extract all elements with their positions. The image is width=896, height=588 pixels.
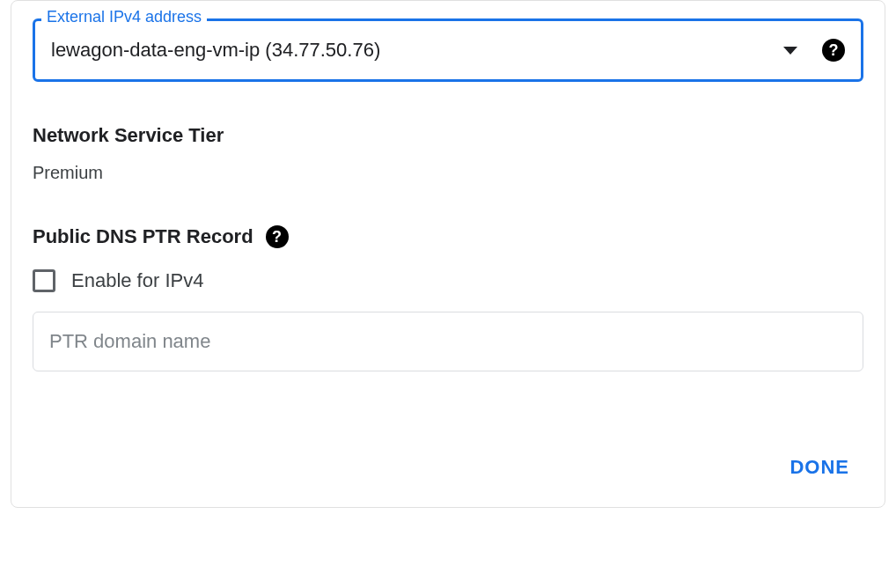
select-right-controls: ? bbox=[783, 39, 845, 62]
help-icon[interactable]: ? bbox=[266, 225, 289, 248]
ptr-domain-input[interactable] bbox=[33, 312, 863, 371]
done-button[interactable]: DONE bbox=[775, 449, 863, 486]
network-tier-value: Premium bbox=[33, 163, 863, 183]
ptr-heading-row: Public DNS PTR Record ? bbox=[33, 225, 863, 248]
external-ipv4-value: lewagon-data-eng-vm-ip (34.77.50.76) bbox=[51, 39, 783, 62]
enable-ipv4-row: Enable for IPv4 bbox=[33, 269, 863, 292]
ptr-heading: Public DNS PTR Record bbox=[33, 225, 253, 248]
external-ipv4-select[interactable]: lewagon-data-eng-vm-ip (34.77.50.76) ? bbox=[33, 18, 863, 82]
panel-footer: DONE bbox=[33, 449, 863, 486]
chevron-down-icon bbox=[783, 47, 797, 55]
help-icon[interactable]: ? bbox=[822, 39, 845, 62]
network-config-panel: External IPv4 address lewagon-data-eng-v… bbox=[11, 0, 885, 508]
network-tier-heading: Network Service Tier bbox=[33, 124, 863, 147]
enable-ipv4-checkbox[interactable] bbox=[33, 269, 55, 292]
enable-ipv4-label: Enable for IPv4 bbox=[71, 269, 203, 292]
external-ipv4-field: External IPv4 address lewagon-data-eng-v… bbox=[33, 18, 863, 82]
external-ipv4-label: External IPv4 address bbox=[41, 8, 207, 26]
